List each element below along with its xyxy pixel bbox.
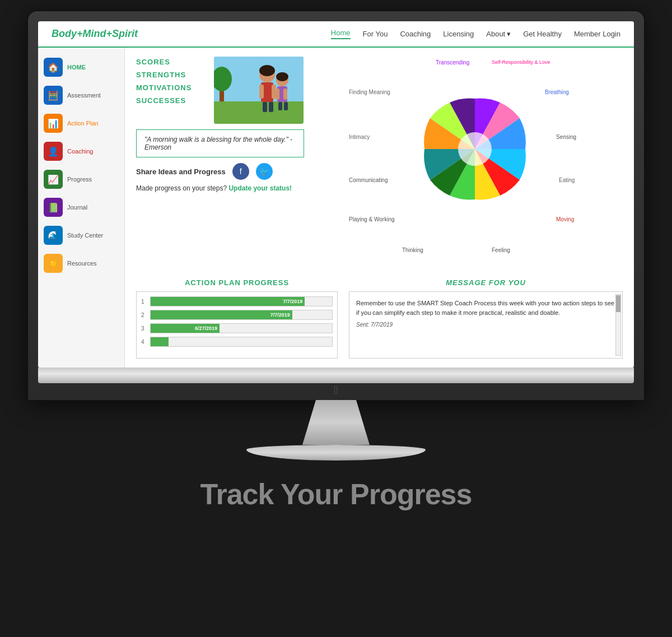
wheel-label-sensing: Sensing bbox=[556, 134, 576, 140]
bar-date-1: 7/7/2019 bbox=[283, 299, 302, 304]
progress-update-text: Made progress on your steps? Update your… bbox=[136, 184, 338, 192]
wheel-label-moving: Moving bbox=[556, 216, 574, 222]
nav-coaching[interactable]: Coaching bbox=[400, 30, 431, 38]
dashboard-top: SCORES STRENGTHS MOTIVATIONS SUCCESSES bbox=[136, 57, 623, 269]
message-box: Remember to use the SMART Step Coach Pro… bbox=[349, 291, 623, 359]
svg-rect-7 bbox=[272, 85, 276, 99]
wheel-label-finding-meaning: Finding Meaning bbox=[349, 89, 390, 95]
sidebar-resources-label: Resources bbox=[67, 260, 97, 267]
sidebar-coaching-label: Coaching bbox=[67, 148, 93, 155]
sidebar: 🏠 HOME 🧮 Assessment 📊 Action Plan � bbox=[38, 48, 125, 368]
successes-link[interactable]: SUCCESSES bbox=[136, 95, 192, 106]
monitor-chin bbox=[38, 368, 634, 383]
nav-about[interactable]: About ▾ bbox=[486, 30, 511, 38]
nav-get-healthy[interactable]: Get Healthy bbox=[523, 30, 562, 38]
facebook-icon[interactable]: f bbox=[232, 163, 249, 180]
bar-date-3: 6/27/2019 bbox=[195, 326, 217, 331]
site-nav: Home For You Coaching Licensing About ▾ … bbox=[331, 29, 620, 39]
message-sent: Sent: 7/7/2019 bbox=[356, 322, 615, 328]
svg-point-17 bbox=[276, 72, 288, 81]
sidebar-item-resources[interactable]: ☀️ Resources bbox=[38, 249, 124, 277]
sidebar-home-label: HOME bbox=[67, 64, 86, 71]
wheel-label-eating: Eating bbox=[559, 177, 575, 183]
svg-rect-6 bbox=[259, 85, 264, 99]
monitor-bezel: Body+Mind+Spirit Home For You Coaching L… bbox=[28, 11, 644, 400]
site-header: Body+Mind+Spirit Home For You Coaching L… bbox=[38, 21, 634, 48]
svg-rect-1 bbox=[214, 101, 304, 124]
nav-for-you[interactable]: For You bbox=[363, 30, 388, 38]
bar-num-2: 2 bbox=[141, 312, 147, 318]
bar-num-3: 3 bbox=[141, 326, 147, 332]
chevron-down-icon: ▾ bbox=[507, 30, 511, 38]
quote-text: "A morning walk is a blessing for the wh… bbox=[144, 136, 292, 151]
wheel-label-self-responsibility: Self-Responsibility & Love bbox=[492, 59, 550, 65]
sidebar-action-plan-label: Action Plan bbox=[67, 120, 99, 127]
action-plan-title: ACTION PLAN PROGRESS bbox=[136, 278, 338, 287]
sidebar-item-home[interactable]: 🏠 HOME bbox=[38, 53, 124, 81]
action-plan-box: 1 7/7/2019 2 bbox=[136, 291, 338, 359]
sidebar-item-coaching[interactable]: 👤 Coaching bbox=[38, 137, 124, 165]
monitor-stand-neck bbox=[302, 400, 370, 445]
message-text: Remember to use the SMART Step Coach Pro… bbox=[356, 299, 615, 317]
progress-bar-1: 1 7/7/2019 bbox=[141, 296, 333, 306]
sidebar-item-journal[interactable]: 📗 Journal bbox=[38, 193, 124, 221]
wheel-label-intimacy: Intimacy bbox=[349, 134, 370, 140]
wheel-chart bbox=[413, 87, 536, 211]
bar-fill-1: 7/7/2019 bbox=[151, 297, 305, 306]
page-tagline: Track Your Progress bbox=[200, 477, 472, 511]
nav-licensing[interactable]: Licensing bbox=[443, 30, 474, 38]
sidebar-item-assessment[interactable]: 🧮 Assessment bbox=[38, 81, 124, 109]
sidebar-item-study-center[interactable]: 🌊 Study Center bbox=[38, 221, 124, 249]
wheel-label-transcending: Transcending bbox=[436, 59, 469, 66]
share-label: Share Ideas and Progress bbox=[136, 168, 226, 176]
progress-bar-4: 4 bbox=[141, 337, 333, 347]
sidebar-progress-label: Progress bbox=[67, 176, 92, 183]
bar-fill-4 bbox=[151, 337, 169, 346]
wheel-label-feeling: Feeling bbox=[492, 247, 510, 253]
wheel-section: Transcending Self-Responsibility & Love … bbox=[349, 57, 623, 269]
dashboard-bottom: ACTION PLAN PROGRESS 1 7/7/2019 bbox=[136, 278, 623, 359]
sidebar-assessment-label: Assessment bbox=[67, 92, 101, 99]
site-logo[interactable]: Body+Mind+Spirit bbox=[52, 28, 138, 40]
wheel-label-playing-working: Playing & Working bbox=[349, 216, 395, 222]
sidebar-item-progress[interactable]: 📈 Progress bbox=[38, 165, 124, 193]
progress-bar-2: 2 7/7/2019 bbox=[141, 310, 333, 320]
assessment-icon: 🧮 bbox=[44, 86, 63, 105]
quote-box: "A morning walk is a blessing for the wh… bbox=[136, 129, 304, 157]
scrollbar-thumb bbox=[616, 295, 620, 312]
monitor-screen: Body+Mind+Spirit Home For You Coaching L… bbox=[38, 21, 634, 368]
nav-home[interactable]: Home bbox=[331, 29, 351, 39]
svg-rect-15 bbox=[278, 102, 282, 110]
monitor-wrapper: Body+Mind+Spirit Home For You Coaching L… bbox=[28, 11, 644, 461]
progress-icon: 📈 bbox=[44, 170, 63, 189]
bar-track-3: 6/27/2019 bbox=[150, 323, 333, 333]
message-title: MESSAGE FOR YOU bbox=[349, 278, 623, 287]
action-plan-icon: 📊 bbox=[44, 114, 63, 133]
scrollbar[interactable] bbox=[615, 294, 621, 356]
svg-rect-8 bbox=[263, 102, 267, 112]
update-status-link[interactable]: Update your status! bbox=[228, 184, 292, 192]
monitor-stand-base bbox=[246, 445, 426, 461]
strengths-link[interactable]: STRENGTHS bbox=[136, 69, 192, 80]
site-body: 🏠 HOME 🧮 Assessment 📊 Action Plan � bbox=[38, 48, 634, 368]
resources-icon: ☀️ bbox=[44, 254, 63, 273]
svg-rect-13 bbox=[276, 89, 279, 100]
sidebar-journal-label: Journal bbox=[67, 204, 87, 211]
bar-fill-2: 7/7/2019 bbox=[151, 310, 292, 319]
scores-link[interactable]: SCORES bbox=[136, 57, 192, 67]
twitter-icon[interactable]: 🐦 bbox=[256, 163, 273, 180]
share-row: Share Ideas and Progress f 🐦 bbox=[136, 163, 338, 180]
progress-bar-3: 3 6/27/2019 bbox=[141, 323, 333, 333]
sidebar-item-action-plan[interactable]: 📊 Action Plan bbox=[38, 109, 124, 137]
wheel-container: Transcending Self-Responsibility & Love … bbox=[349, 57, 595, 269]
dashboard-nav-links: SCORES STRENGTHS MOTIVATIONS SUCCESSES bbox=[136, 57, 192, 117]
wheel-label-thinking: Thinking bbox=[402, 247, 423, 253]
nav-member-login[interactable]: Member Login bbox=[574, 30, 620, 38]
sidebar-study-center-label: Study Center bbox=[67, 232, 103, 239]
bar-date-2: 7/7/2019 bbox=[270, 312, 290, 318]
study-center-icon: 🌊 bbox=[44, 226, 63, 245]
bar-num-4: 4 bbox=[141, 339, 147, 345]
motivations-link[interactable]: MOTIVATIONS bbox=[136, 82, 192, 93]
dashboard-left: SCORES STRENGTHS MOTIVATIONS SUCCESSES bbox=[136, 57, 338, 269]
site-wrapper: Body+Mind+Spirit Home For You Coaching L… bbox=[38, 21, 634, 368]
